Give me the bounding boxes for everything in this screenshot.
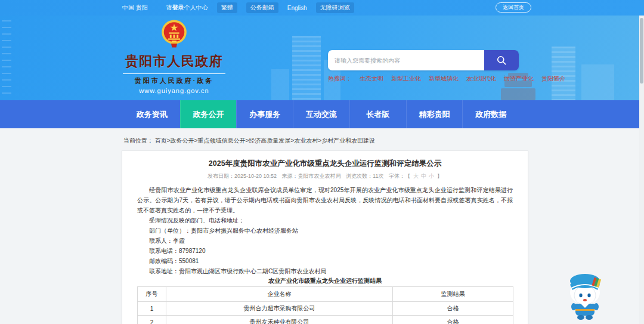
hot-search-item[interactable]: 贵阳简介	[541, 75, 565, 83]
table-row: 1 贵州合力超市采购有限公司 合格	[138, 302, 513, 316]
article-card: 2025年度贵阳市农业产业化市级重点龙头企业运行监测和评定结果公示 发布日期：2…	[122, 150, 528, 324]
nav-tab-zhengfu-shuju[interactable]: 政府数据	[462, 100, 519, 128]
search-bar	[328, 50, 519, 70]
hot-search: 热搜词： 生态文明 新型工业化 新型城镇化 农业现代化 旅游产业化 贵阳简介	[328, 75, 565, 83]
site-url: www.guiyang.gov.cn	[123, 87, 225, 94]
decor-dashes	[2, 20, 11, 98]
login-suffix: 个人中心	[184, 4, 208, 11]
scrollbar-thumb[interactable]	[640, 18, 643, 84]
hot-search-item[interactable]: 旅游产业化	[504, 75, 534, 83]
article-source: 来源：贵阳市农业农村局	[282, 173, 341, 179]
traditional-chinese-link[interactable]: 繁體	[217, 2, 237, 13]
nav-tab-hudong-jiaoliu[interactable]: 互动交流	[293, 100, 349, 128]
nav-tab-zhengwu-zixun[interactable]: 政务资讯	[124, 100, 180, 128]
contact-intro: 受理情况反映的部门、电话和地址：	[137, 215, 513, 226]
nav-tab-jingcai-guiyang[interactable]: 精彩贵阳	[406, 100, 463, 128]
row-index: 1	[138, 302, 166, 316]
article-paragraph: 经贵阳市农业产业化市级重点龙头企业联席会议成员单位审定，现对2025年开展的农业…	[137, 185, 513, 215]
main-nav-tabs: 政务资讯 政务公开 办事服务 互动交流 长者版 精彩贵阳 政府数据	[124, 100, 519, 128]
row-index: 2	[138, 316, 166, 324]
contact-line: 联系电话：87987120	[137, 246, 513, 256]
font-size-label: 字体：【	[389, 173, 410, 179]
accessibility-link[interactable]: 无障碍浏览	[316, 2, 354, 13]
official-mail-link[interactable]: 公务邮箱	[246, 2, 278, 13]
col-header-index: 序号	[138, 287, 166, 302]
topbar-region-link[interactable]: 中国 贵阳	[122, 4, 148, 12]
font-size-large-button[interactable]: 大	[413, 173, 419, 179]
hot-search-item[interactable]: 新型工业化	[391, 75, 421, 83]
city-silhouette	[271, 69, 289, 100]
contact-line: 联系地址：贵阳市观山湖区市级行政中心二期C区贵阳市农业农村局	[137, 266, 513, 276]
site-title: 贵阳市人民政府	[123, 53, 225, 74]
monitor-result: 合格	[393, 316, 513, 324]
search-icon	[496, 54, 507, 66]
search-input[interactable]	[328, 50, 484, 70]
monitor-result-table: 序号 企业名称 监测结果 1 贵州合力超市采购有限公司 合格 2 贵州友禾种业有…	[137, 286, 513, 324]
font-size-small-button[interactable]: 小	[429, 173, 434, 179]
login-prefix: 请	[166, 4, 172, 11]
monitor-result: 合格	[393, 302, 513, 316]
login-bold: 登录	[172, 4, 184, 11]
hot-search-item[interactable]: 农业现代化	[466, 75, 496, 83]
company-name: 贵州合力超市采购有限公司	[166, 302, 393, 316]
publish-date: 发布日期：2025-10-20 10:52	[208, 173, 277, 179]
login-link[interactable]: 请登录个人中心	[166, 4, 208, 12]
font-size-medium-button[interactable]: 中	[421, 173, 426, 179]
scrollbar-track[interactable]	[639, 16, 644, 324]
hot-search-label: 热搜词：	[328, 75, 352, 83]
topbar-links: 中国 贵阳 请登录个人中心 繁體 公务邮箱 English 无障碍浏览	[122, 0, 354, 16]
city-tower-silhouette	[552, 47, 575, 100]
city-silhouette	[581, 64, 614, 100]
national-emblem-icon	[160, 19, 188, 50]
table-caption: 农业产业化市级重点龙头企业运行监测结果	[137, 277, 513, 285]
main-nav: 政务资讯 政务公开 办事服务 互动交流 长者版 精彩贵阳 政府数据	[0, 100, 644, 128]
page: 中国 贵阳 请登录个人中心 繁體 公务邮箱 English 无障碍浏览 返回首页	[0, 0, 644, 324]
city-tower-silhouette	[292, 36, 321, 100]
english-link[interactable]: English	[287, 5, 307, 11]
col-header-company: 企业名称	[166, 287, 393, 302]
breadcrumb-label: 当前位置：	[123, 137, 153, 144]
search-button[interactable]	[484, 50, 519, 70]
nav-tab-banshi-fuwu[interactable]: 办事服务	[236, 100, 293, 128]
header-banner: 贵阳市人民政府 贵阳市人民政府·政务 www.guiyang.gov.cn 热搜…	[0, 16, 644, 100]
contact-line: 邮政编码：550081	[137, 256, 513, 266]
article-meta: 发布日期：2025-10-20 10:52 来源：贵阳市农业农村局 浏览次数：1…	[137, 172, 513, 180]
contact-line: 部门（单位）：贵阳市乡村振兴服务中心农村经济服务站	[137, 226, 513, 236]
table-header-row: 序号 企业名称 监测结果	[138, 287, 513, 302]
article-title: 2025年度贵阳市农业产业化市级重点龙头企业运行监测和评定结果公示	[137, 159, 513, 168]
site-subtitle: 贵阳市人民政府·政务	[123, 76, 225, 85]
contact-line: 联系人：李霞	[137, 236, 513, 246]
font-size-label-close: 】	[437, 173, 442, 179]
pagoda-silhouette	[501, 88, 535, 100]
breadcrumb-path[interactable]: 首页>政务公开>重点领域信息公开>经济高质量发展>农业农村>乡村产业和农田建设	[155, 137, 375, 144]
back-home-button[interactable]: 返回首页	[496, 2, 531, 13]
assistant-mascot-button[interactable]	[561, 269, 609, 321]
view-count: 浏览次数：11次	[346, 173, 383, 179]
breadcrumb: 当前位置： 首页>政务公开>重点领域信息公开>经济高质量发展>农业农村>乡村产业…	[123, 137, 375, 145]
site-logo[interactable]: 贵阳市人民政府 贵阳市人民政府·政务 www.guiyang.gov.cn	[123, 19, 225, 94]
hot-search-item[interactable]: 生态文明	[360, 75, 383, 83]
hot-search-item[interactable]: 新型城镇化	[429, 75, 459, 83]
topbar: 中国 贵阳 请登录个人中心 繁體 公务邮箱 English 无障碍浏览 返回首页	[0, 0, 644, 16]
company-name: 贵州友禾种业有限公司	[166, 316, 393, 324]
col-header-result: 监测结果	[393, 287, 513, 302]
nav-tab-zhangzhe-ban[interactable]: 长者版	[349, 100, 406, 128]
table-row: 2 贵州友禾种业有限公司 合格	[138, 316, 513, 324]
nav-tab-zhengwu-gongkai[interactable]: 政务公开	[180, 100, 237, 128]
